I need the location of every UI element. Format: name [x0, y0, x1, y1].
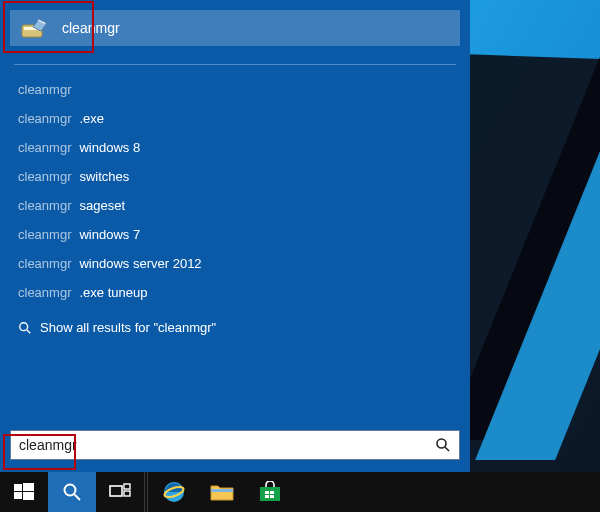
search-icon [62, 482, 82, 502]
store-button[interactable] [246, 472, 294, 512]
svg-rect-17 [211, 489, 233, 492]
search-suggestion[interactable]: cleanmgr windows 8 [10, 133, 460, 162]
show-all-before: Show all results for " [40, 320, 158, 335]
show-all-results[interactable]: Show all results for "cleanmgr" [10, 313, 460, 342]
svg-point-10 [65, 485, 76, 496]
search-suggestion[interactable]: cleanmgr windows 7 [10, 220, 460, 249]
disk-cleanup-icon [20, 16, 50, 40]
show-all-term: cleanmgr [158, 320, 211, 335]
svg-line-3 [27, 329, 30, 332]
svg-rect-13 [124, 484, 130, 489]
search-suggestion[interactable]: cleanmgr.exe tuneup [10, 278, 460, 307]
ie-icon [161, 479, 187, 505]
taskbar [0, 472, 600, 512]
windows-logo-icon [14, 482, 34, 502]
start-button[interactable] [0, 472, 48, 512]
top-search-result[interactable]: cleanmgr [10, 10, 460, 46]
search-icon[interactable] [435, 437, 451, 453]
search-results-panel: cleanmgr cleanmgr cleanmgr.exe cleanmgr … [0, 0, 470, 472]
search-suggestion[interactable]: cleanmgr.exe [10, 104, 460, 133]
store-icon [258, 481, 282, 503]
divider [14, 64, 456, 65]
svg-rect-6 [14, 484, 22, 491]
show-all-after: " [212, 320, 217, 335]
svg-rect-14 [124, 491, 130, 496]
search-suggestion[interactable]: cleanmgr [10, 75, 460, 104]
search-button[interactable] [48, 472, 96, 512]
svg-rect-20 [270, 491, 274, 494]
task-view-icon [109, 483, 131, 501]
svg-rect-19 [265, 491, 269, 494]
search-suggestion[interactable]: cleanmgr windows server 2012 [10, 249, 460, 278]
search-input-container[interactable] [10, 430, 460, 460]
search-suggestions-list: cleanmgr cleanmgr.exe cleanmgr windows 8… [0, 75, 470, 342]
desktop: cleanmgr cleanmgr cleanmgr.exe cleanmgr … [0, 0, 600, 512]
svg-rect-12 [110, 486, 122, 496]
task-view-button[interactable] [96, 472, 144, 512]
search-suggestion[interactable]: cleanmgr switches [10, 162, 460, 191]
svg-rect-7 [23, 483, 34, 491]
folder-icon [210, 482, 234, 502]
search-input[interactable] [19, 437, 435, 453]
svg-line-5 [445, 447, 449, 451]
svg-line-11 [75, 495, 81, 501]
svg-rect-8 [14, 492, 22, 499]
search-suggestion[interactable]: cleanmgr sageset [10, 191, 460, 220]
svg-rect-22 [270, 495, 274, 498]
svg-point-2 [20, 322, 28, 330]
top-result-label: cleanmgr [62, 20, 120, 36]
svg-rect-9 [23, 492, 34, 500]
svg-point-4 [437, 439, 446, 448]
internet-explorer-button[interactable] [150, 472, 198, 512]
search-icon [18, 321, 32, 335]
svg-rect-21 [265, 495, 269, 498]
file-explorer-button[interactable] [198, 472, 246, 512]
